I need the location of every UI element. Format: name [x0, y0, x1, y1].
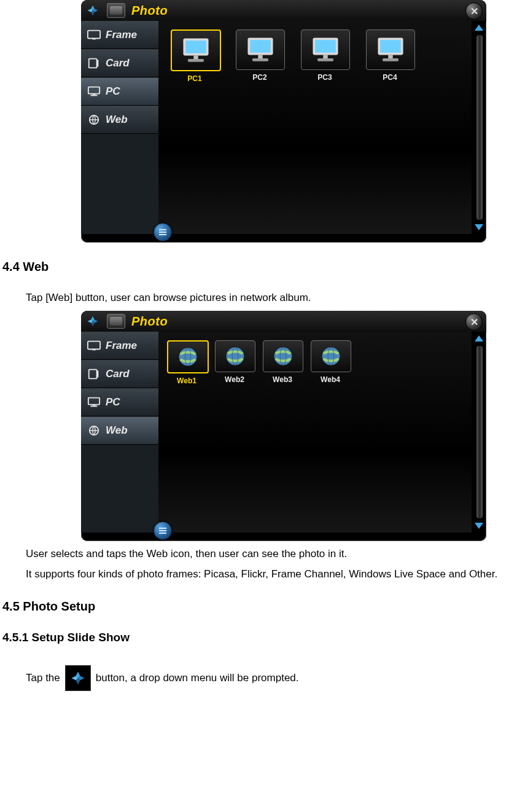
- module-title: Photo: [131, 314, 168, 329]
- sidebar-item-frame[interactable]: Frame: [81, 332, 158, 360]
- photo-frame-ui-web: Photo ✕ Frame Card PC Web: [81, 311, 486, 541]
- svg-rect-7: [97, 60, 99, 67]
- scroll-up-icon[interactable]: [475, 335, 483, 342]
- svg-rect-37: [92, 405, 96, 406]
- web-thumb-1[interactable]: Web1: [167, 340, 206, 385]
- svg-rect-25: [380, 40, 401, 53]
- pc-thumb-4[interactable]: PC4: [366, 29, 414, 83]
- thumb-label: PC4: [366, 73, 414, 82]
- drawer-handle-button[interactable]: [154, 223, 172, 241]
- sidebar-item-pc[interactable]: PC: [81, 388, 158, 416]
- svg-point-40: [179, 348, 197, 366]
- globe-thumb-icon: [311, 340, 351, 372]
- svg-rect-35: [97, 371, 99, 378]
- thumb-label: Web3: [263, 375, 302, 384]
- web-thumb-3[interactable]: Web3: [263, 340, 302, 385]
- photo-module-icon: [107, 3, 125, 18]
- section-4-4-intro: Tap [Web] button, user can browse pictur…: [26, 290, 524, 306]
- svg-rect-26: [388, 55, 392, 58]
- thumb-label: PC2: [236, 73, 284, 82]
- title-bar: Photo ✕: [81, 0, 486, 21]
- svg-rect-38: [91, 406, 98, 407]
- svg-rect-9: [92, 94, 96, 95]
- svg-rect-33: [92, 349, 96, 351]
- scroll-track[interactable]: [476, 34, 483, 221]
- sidebar-item-card[interactable]: Card: [81, 49, 158, 77]
- svg-rect-23: [317, 58, 333, 61]
- svg-rect-17: [250, 40, 271, 53]
- sidebar-label: Frame: [106, 29, 137, 41]
- card-icon: [87, 58, 101, 69]
- thumb-label: Web1: [167, 377, 206, 385]
- app-logo-icon: [86, 4, 99, 17]
- sidebar-item-card[interactable]: Card: [81, 360, 158, 388]
- scroll-up-icon[interactable]: [475, 25, 483, 31]
- module-title: Photo: [131, 4, 168, 18]
- pc-icon: [87, 397, 101, 408]
- text-after: button, a drop down menu will be prompte…: [96, 670, 299, 686]
- thumb-label: Web4: [311, 375, 350, 384]
- sidebar-item-frame[interactable]: Frame: [81, 21, 158, 49]
- sidebar-label: Card: [106, 57, 130, 69]
- sidebar-label: PC: [106, 396, 120, 408]
- scroll-down-icon[interactable]: [475, 523, 483, 529]
- card-icon: [87, 369, 101, 380]
- content-area: PC1 PC2 PC3 PC4: [158, 21, 472, 234]
- globe-thumb-icon: [215, 340, 255, 372]
- thumbnail-grid: PC1 PC2 PC3 PC4: [158, 21, 472, 83]
- thumb-label: PC3: [301, 73, 349, 82]
- thumb-label: PC1: [171, 74, 219, 83]
- scroll-track[interactable]: [476, 345, 483, 519]
- title-bar: Photo ✕: [81, 311, 486, 332]
- svg-rect-4: [88, 31, 100, 39]
- svg-rect-22: [323, 55, 327, 58]
- sidebar-item-web[interactable]: Web: [81, 106, 158, 134]
- thumb-label: Web2: [215, 375, 254, 384]
- section-4-4-heading: 4.4 Web: [2, 260, 524, 274]
- monitor-icon: [171, 29, 221, 71]
- scroll-down-icon[interactable]: [475, 224, 483, 230]
- monitor-icon: [366, 29, 415, 70]
- sidebar-label: Web: [106, 114, 128, 126]
- pc-thumb-3[interactable]: PC3: [301, 29, 349, 83]
- source-sidebar: Frame Card PC Web: [81, 332, 158, 533]
- globe-thumb-icon: [263, 340, 303, 372]
- svg-rect-6: [89, 59, 97, 68]
- app-logo-icon: [86, 314, 99, 328]
- close-button[interactable]: ✕: [465, 313, 483, 330]
- text-before: Tap the: [26, 670, 60, 686]
- pc-thumb-1[interactable]: PC1: [171, 29, 219, 83]
- source-sidebar: Frame Card PC Web: [81, 21, 158, 234]
- drawer-handle-button[interactable]: [154, 521, 172, 540]
- sidebar-item-web[interactable]: Web: [81, 416, 158, 445]
- svg-rect-13: [185, 41, 206, 53]
- section-4-4-p3: It supports four kinds of photo frames: …: [26, 566, 524, 582]
- svg-rect-15: [188, 59, 204, 62]
- photo-module-icon: [107, 314, 125, 329]
- svg-point-42: [227, 348, 244, 365]
- pc-icon: [87, 86, 101, 97]
- frame-icon: [87, 340, 101, 351]
- sidebar-label: Card: [106, 368, 130, 380]
- section-4-5-1-heading: 4.5.1 Setup Slide Show: [2, 631, 524, 644]
- close-button[interactable]: ✕: [465, 2, 483, 20]
- svg-rect-10: [91, 95, 98, 96]
- monitor-icon: [236, 29, 285, 70]
- scrollbar[interactable]: [474, 335, 484, 529]
- sidebar-label: PC: [106, 85, 120, 98]
- sidebar-label: Frame: [106, 340, 137, 352]
- section-4-5-1-line: Tap the button, a drop down menu will be…: [26, 665, 524, 691]
- web-thumb-2[interactable]: Web2: [215, 340, 254, 385]
- globe-icon: [87, 114, 101, 125]
- scrollbar[interactable]: [474, 25, 484, 230]
- svg-rect-34: [89, 370, 97, 379]
- web-thumb-4[interactable]: Web4: [311, 340, 350, 385]
- svg-rect-36: [88, 398, 99, 405]
- thumbnail-grid: Web1 Web2 Web3 Web4: [158, 332, 472, 385]
- svg-point-46: [322, 348, 340, 365]
- svg-rect-8: [88, 87, 99, 94]
- section-4-4-p2: User selects and taps the Web icon, then…: [26, 546, 524, 562]
- sidebar-item-pc[interactable]: PC: [81, 77, 158, 106]
- pc-thumb-2[interactable]: PC2: [236, 29, 284, 83]
- svg-rect-19: [252, 58, 268, 61]
